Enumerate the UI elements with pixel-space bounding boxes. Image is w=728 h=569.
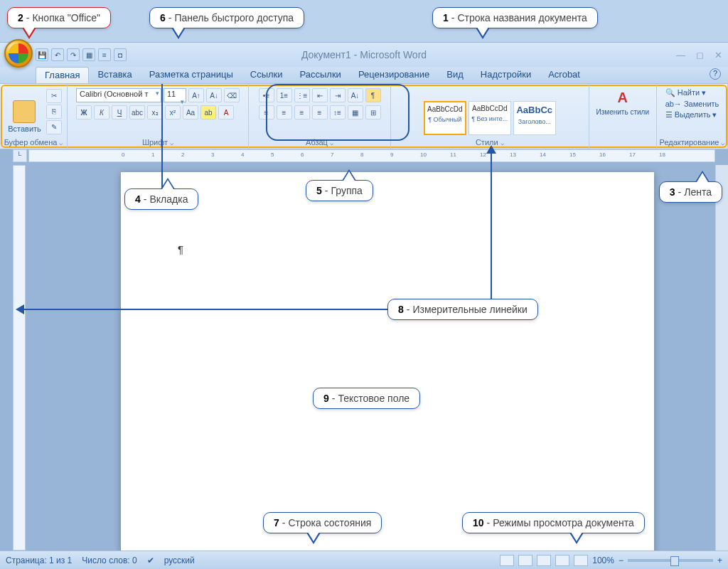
align-right-button[interactable]: ≡ <box>294 105 310 119</box>
group-styles: AaBbCcDd ¶ Обычный AaBbCcDd ¶ Без инте..… <box>391 84 589 149</box>
minimize-button[interactable]: — <box>676 50 685 60</box>
redo-icon[interactable]: ↷ <box>67 48 80 61</box>
callout-5: 5 - Группа <box>306 180 373 201</box>
status-words[interactable]: Число слов: 0 <box>82 555 136 565</box>
view-web-layout[interactable] <box>537 555 551 566</box>
shrink-font-button[interactable]: A↓ <box>206 88 222 102</box>
zoom-in-button[interactable]: + <box>717 555 722 565</box>
tab-references[interactable]: Ссылки <box>242 67 291 83</box>
status-language[interactable]: русский <box>164 555 195 565</box>
tab-view[interactable]: Вид <box>438 67 472 83</box>
indent-inc-button[interactable]: ⇥ <box>330 88 346 102</box>
zoom-slider[interactable] <box>628 559 713 562</box>
borders-button[interactable]: ⊞ <box>365 105 381 119</box>
view-draft[interactable] <box>574 555 588 566</box>
tab-home[interactable]: Главная <box>36 67 89 83</box>
arrow-8-left <box>16 304 24 314</box>
underline-button[interactable]: Ч <box>112 105 127 119</box>
multilevel-button[interactable]: ⋮≡ <box>294 88 310 102</box>
strike-button[interactable]: abc <box>129 105 145 119</box>
style-normal[interactable]: AaBbCcDd ¶ Обычный <box>424 101 466 135</box>
subscript-button[interactable]: x₂ <box>147 105 163 119</box>
cut-button[interactable]: ✂ <box>46 89 62 103</box>
group-label-clipboard: Буфер обмена <box>0 138 67 147</box>
select-button[interactable]: ☰ Выделить ▾ <box>665 110 717 119</box>
view-full-screen[interactable] <box>518 555 532 566</box>
font-family-combo[interactable]: Calibri (Основной т <box>76 88 161 102</box>
tab-mailings[interactable]: Рассылки <box>291 67 350 83</box>
document-title: Документ1 - Microsoft Word <box>301 49 427 60</box>
clear-format-button[interactable]: ⌫ <box>224 88 240 102</box>
vertical-scrollbar[interactable] <box>715 165 728 551</box>
page[interactable]: ¶ <box>121 172 654 551</box>
find-button[interactable]: 🔍 Найти ▾ <box>665 88 707 97</box>
quick-access-toolbar: 💾 ↶ ↷ ▦ ≡ ◘ <box>36 48 127 61</box>
group-paragraph: •≡ 1≡ ⋮≡ ⇤ ⇥ A↓ ¶ ≡ ≡ ≡ ≡ ↕≡ ▦ ⊞ Абзац <box>249 84 391 149</box>
view-print-layout[interactable] <box>500 555 514 566</box>
bullets-button[interactable]: •≡ <box>259 88 274 102</box>
font-color-button[interactable]: A <box>218 105 234 119</box>
paragraph-mark: ¶ <box>178 243 183 255</box>
align-center-button[interactable]: ≡ <box>277 105 292 119</box>
tab-insert[interactable]: Вставка <box>89 67 140 83</box>
tab-addins[interactable]: Надстройки <box>472 67 540 83</box>
grow-font-button[interactable]: A↑ <box>188 88 204 102</box>
group-change-styles: A Изменить стили <box>589 84 657 149</box>
indent-dec-button[interactable]: ⇤ <box>312 88 328 102</box>
preview-icon[interactable]: ◘ <box>114 48 127 61</box>
vertical-ruler[interactable] <box>13 165 26 551</box>
tab-acrobat[interactable]: Acrobat <box>540 67 589 83</box>
group-editing: 🔍 Найти ▾ ab→ Заменить ☰ Выделить ▾ Реда… <box>657 84 728 149</box>
callout-7: 7 - Строка состояния <box>263 512 382 533</box>
ruler-corner[interactable]: L <box>13 149 27 162</box>
tab-review[interactable]: Рецензирование <box>350 67 438 83</box>
font-size-combo[interactable]: 11 <box>164 88 186 102</box>
replace-button[interactable]: ab→ Заменить <box>665 100 719 108</box>
case-button[interactable]: Aa <box>183 105 198 119</box>
callout-9: 9 - Текстовое поле <box>313 388 420 409</box>
numbering-button[interactable]: 1≡ <box>277 88 292 102</box>
bold-button[interactable]: Ж <box>76 105 92 119</box>
table-icon[interactable]: ▦ <box>82 48 95 61</box>
zoom-level[interactable]: 100% <box>592 555 614 565</box>
view-outline[interactable] <box>555 555 569 566</box>
change-styles-icon: A <box>612 87 633 108</box>
workspace: L 0123456789101112131415161718 ¶ <box>0 149 728 551</box>
undo-icon[interactable]: ↶ <box>51 48 64 61</box>
copy-button[interactable]: ⎘ <box>46 105 62 119</box>
line-spacing-button[interactable]: ↕≡ <box>330 105 346 119</box>
styles-icon[interactable]: ≡ <box>98 48 111 61</box>
window-controls: — ◻ ✕ <box>676 50 722 60</box>
tab-layout[interactable]: Разметка страницы <box>141 67 242 83</box>
office-button[interactable] <box>4 39 33 68</box>
sort-button[interactable]: A↓ <box>348 88 363 102</box>
zoom-out-button[interactable]: − <box>619 555 623 565</box>
group-clipboard: Вставить ✂ ⎘ ✎ Буфер обмена <box>0 84 68 149</box>
justify-button[interactable]: ≡ <box>312 105 328 119</box>
status-page[interactable]: Страница: 1 из 1 <box>6 555 72 565</box>
arrow-8-up <box>486 145 496 154</box>
status-bar: Страница: 1 из 1 Число слов: 0 ✔ русский… <box>0 551 728 569</box>
callout-8: 8 - Измерительные линейки <box>387 299 538 320</box>
horizontal-ruler[interactable]: 0123456789101112131415161718 <box>28 149 715 162</box>
format-painter-button[interactable]: ✎ <box>46 120 62 134</box>
highlight-button[interactable]: ab <box>200 105 216 119</box>
save-icon[interactable]: 💾 <box>36 48 48 61</box>
show-marks-button[interactable]: ¶ <box>365 88 381 102</box>
close-button[interactable]: ✕ <box>714 50 722 60</box>
callout-10: 10 - Режимы просмотра документа <box>462 512 645 533</box>
style-heading[interactable]: AaBbCc Заголово... <box>513 101 556 135</box>
change-styles-button[interactable]: A Изменить стили <box>594 85 652 117</box>
callout-2: 2 - Кнопка "Office" <box>7 7 111 28</box>
arrow-8-v <box>491 151 492 309</box>
align-left-button[interactable]: ≡ <box>259 105 274 119</box>
paste-button[interactable]: Вставить <box>5 99 44 134</box>
superscript-button[interactable]: x² <box>165 105 181 119</box>
status-proof-icon[interactable]: ✔ <box>147 555 154 565</box>
style-nospacing[interactable]: AaBbCcDd ¶ Без инте... <box>469 101 511 135</box>
shading-button[interactable]: ▦ <box>348 105 363 119</box>
italic-button[interactable]: К <box>94 105 109 119</box>
help-button[interactable]: ? <box>710 68 721 80</box>
maximize-button[interactable]: ◻ <box>696 50 704 60</box>
paste-label: Вставить <box>8 124 41 133</box>
